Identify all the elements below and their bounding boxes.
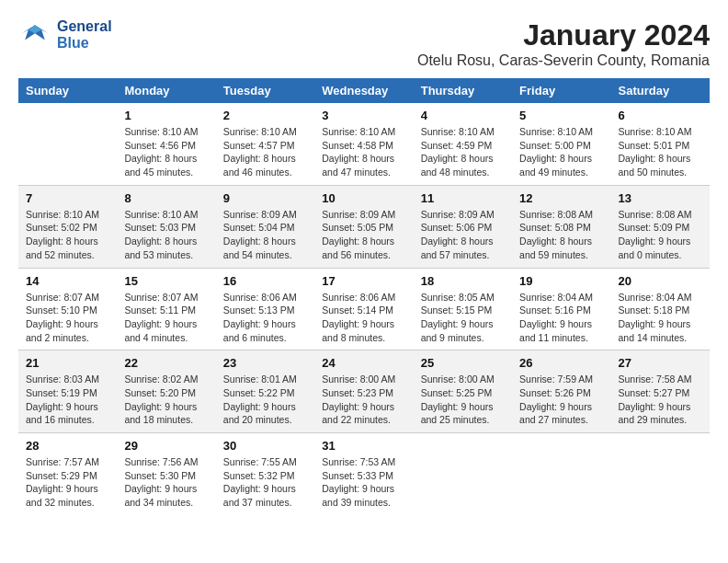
calendar-cell: 11Sunrise: 8:09 AM Sunset: 5:06 PM Dayli… — [414, 185, 512, 268]
calendar-cell: 24Sunrise: 8:00 AM Sunset: 5:23 PM Dayli… — [314, 350, 413, 433]
day-number: 12 — [519, 191, 603, 205]
calendar-week-row: 7Sunrise: 8:10 AM Sunset: 5:02 PM Daylig… — [18, 185, 710, 268]
day-number: 22 — [124, 356, 208, 370]
calendar-cell: 5Sunrise: 8:10 AM Sunset: 5:00 PM Daylig… — [512, 103, 610, 185]
logo: General Blue — [18, 18, 112, 52]
calendar-cell: 16Sunrise: 8:06 AM Sunset: 5:13 PM Dayli… — [216, 268, 314, 350]
day-info: Sunrise: 8:04 AM Sunset: 5:16 PM Dayligh… — [519, 291, 603, 345]
calendar-cell: 7Sunrise: 8:10 AM Sunset: 5:02 PM Daylig… — [18, 185, 117, 268]
day-number: 13 — [619, 191, 702, 205]
calendar-cell: 25Sunrise: 8:00 AM Sunset: 5:25 PM Dayli… — [414, 350, 512, 433]
day-number: 25 — [421, 356, 505, 370]
day-info: Sunrise: 8:10 AM Sunset: 5:03 PM Dayligh… — [124, 208, 208, 262]
day-number: 18 — [421, 274, 505, 288]
day-number: 14 — [26, 274, 109, 288]
weekday-header-saturday: Saturday — [611, 78, 710, 103]
calendar-cell: 2Sunrise: 8:10 AM Sunset: 4:57 PM Daylig… — [216, 103, 314, 185]
day-info: Sunrise: 8:00 AM Sunset: 5:25 PM Dayligh… — [421, 373, 505, 427]
calendar-cell: 20Sunrise: 8:04 AM Sunset: 5:18 PM Dayli… — [611, 268, 710, 350]
day-info: Sunrise: 8:10 AM Sunset: 4:58 PM Dayligh… — [322, 125, 405, 179]
calendar-table: SundayMondayTuesdayWednesdayThursdayFrid… — [18, 78, 710, 515]
logo-text-line1: General — [57, 18, 112, 35]
calendar-week-row: 21Sunrise: 8:03 AM Sunset: 5:19 PM Dayli… — [18, 350, 710, 433]
logo-icon — [18, 21, 51, 49]
day-info: Sunrise: 8:10 AM Sunset: 5:02 PM Dayligh… — [26, 208, 109, 262]
calendar-cell: 30Sunrise: 7:55 AM Sunset: 5:32 PM Dayli… — [216, 433, 314, 515]
day-info: Sunrise: 8:03 AM Sunset: 5:19 PM Dayligh… — [26, 373, 109, 427]
logo-text-line2: Blue — [57, 35, 112, 52]
calendar-week-row: 28Sunrise: 7:57 AM Sunset: 5:29 PM Dayli… — [18, 433, 710, 515]
calendar-header: SundayMondayTuesdayWednesdayThursdayFrid… — [18, 78, 710, 103]
day-info: Sunrise: 8:04 AM Sunset: 5:18 PM Dayligh… — [619, 291, 702, 345]
day-info: Sunrise: 8:09 AM Sunset: 5:06 PM Dayligh… — [421, 208, 505, 262]
day-info: Sunrise: 8:00 AM Sunset: 5:23 PM Dayligh… — [322, 373, 405, 427]
calendar-cell: 8Sunrise: 8:10 AM Sunset: 5:03 PM Daylig… — [117, 185, 215, 268]
day-info: Sunrise: 8:02 AM Sunset: 5:20 PM Dayligh… — [124, 373, 208, 427]
calendar-cell — [512, 433, 610, 515]
calendar-cell: 9Sunrise: 8:09 AM Sunset: 5:04 PM Daylig… — [216, 185, 314, 268]
day-info: Sunrise: 7:57 AM Sunset: 5:29 PM Dayligh… — [26, 455, 109, 510]
day-info: Sunrise: 8:01 AM Sunset: 5:22 PM Dayligh… — [223, 373, 307, 427]
calendar-cell — [611, 433, 710, 515]
weekday-header-sunday: Sunday — [18, 78, 117, 103]
day-number: 21 — [26, 356, 109, 370]
day-number: 17 — [322, 274, 405, 288]
weekday-header-wednesday: Wednesday — [314, 78, 413, 103]
day-info: Sunrise: 7:59 AM Sunset: 5:26 PM Dayligh… — [519, 373, 603, 427]
day-info: Sunrise: 8:09 AM Sunset: 5:05 PM Dayligh… — [322, 208, 405, 262]
calendar-cell — [18, 103, 117, 185]
calendar-cell: 29Sunrise: 7:56 AM Sunset: 5:30 PM Dayli… — [117, 433, 215, 515]
calendar-cell: 17Sunrise: 8:06 AM Sunset: 5:14 PM Dayli… — [314, 268, 413, 350]
day-number: 24 — [322, 356, 405, 370]
day-info: Sunrise: 8:05 AM Sunset: 5:15 PM Dayligh… — [421, 291, 505, 345]
day-info: Sunrise: 7:56 AM Sunset: 5:30 PM Dayligh… — [124, 455, 208, 510]
day-info: Sunrise: 8:09 AM Sunset: 5:04 PM Dayligh… — [223, 208, 307, 262]
day-info: Sunrise: 8:10 AM Sunset: 4:57 PM Dayligh… — [223, 125, 307, 179]
day-number: 8 — [124, 191, 208, 205]
weekday-header-friday: Friday — [512, 78, 610, 103]
calendar-cell: 6Sunrise: 8:10 AM Sunset: 5:01 PM Daylig… — [611, 103, 710, 185]
title-section: January 2024 Otelu Rosu, Caras-Severin C… — [417, 18, 710, 69]
calendar-cell: 1Sunrise: 8:10 AM Sunset: 4:56 PM Daylig… — [117, 103, 215, 185]
day-info: Sunrise: 8:07 AM Sunset: 5:10 PM Dayligh… — [26, 291, 109, 345]
day-number: 31 — [322, 439, 405, 453]
day-number: 10 — [322, 191, 405, 205]
calendar-cell: 26Sunrise: 7:59 AM Sunset: 5:26 PM Dayli… — [512, 350, 610, 433]
day-info: Sunrise: 7:55 AM Sunset: 5:32 PM Dayligh… — [223, 455, 307, 510]
day-number: 15 — [124, 274, 208, 288]
calendar-cell — [414, 433, 512, 515]
calendar-cell: 21Sunrise: 8:03 AM Sunset: 5:19 PM Dayli… — [18, 350, 117, 433]
day-number: 23 — [223, 356, 307, 370]
day-number: 30 — [223, 439, 307, 453]
day-info: Sunrise: 8:10 AM Sunset: 4:59 PM Dayligh… — [421, 125, 505, 179]
day-info: Sunrise: 8:08 AM Sunset: 5:09 PM Dayligh… — [619, 208, 702, 262]
day-number: 9 — [223, 191, 307, 205]
calendar-body: 1Sunrise: 8:10 AM Sunset: 4:56 PM Daylig… — [18, 103, 710, 515]
calendar-cell: 27Sunrise: 7:58 AM Sunset: 5:27 PM Dayli… — [611, 350, 710, 433]
calendar-cell: 10Sunrise: 8:09 AM Sunset: 5:05 PM Dayli… — [314, 185, 413, 268]
day-number: 1 — [124, 109, 208, 122]
calendar-cell: 19Sunrise: 8:04 AM Sunset: 5:16 PM Dayli… — [512, 268, 610, 350]
calendar-week-row: 14Sunrise: 8:07 AM Sunset: 5:10 PM Dayli… — [18, 268, 710, 350]
day-number: 3 — [322, 109, 405, 122]
weekday-header-thursday: Thursday — [414, 78, 512, 103]
day-number: 28 — [26, 439, 109, 453]
day-number: 29 — [124, 439, 208, 453]
calendar-cell: 13Sunrise: 8:08 AM Sunset: 5:09 PM Dayli… — [611, 185, 710, 268]
calendar-cell: 4Sunrise: 8:10 AM Sunset: 4:59 PM Daylig… — [414, 103, 512, 185]
day-number: 19 — [519, 274, 603, 288]
day-number: 26 — [519, 356, 603, 370]
day-info: Sunrise: 8:06 AM Sunset: 5:13 PM Dayligh… — [223, 291, 307, 345]
weekday-header-monday: Monday — [117, 78, 215, 103]
calendar-cell: 23Sunrise: 8:01 AM Sunset: 5:22 PM Dayli… — [216, 350, 314, 433]
day-info: Sunrise: 8:10 AM Sunset: 4:56 PM Dayligh… — [124, 125, 208, 179]
calendar-cell: 14Sunrise: 8:07 AM Sunset: 5:10 PM Dayli… — [18, 268, 117, 350]
location-title: Otelu Rosu, Caras-Severin County, Romani… — [417, 52, 710, 69]
day-info: Sunrise: 8:10 AM Sunset: 5:00 PM Dayligh… — [519, 125, 603, 179]
day-info: Sunrise: 7:53 AM Sunset: 5:33 PM Dayligh… — [322, 455, 405, 510]
page-header: General Blue January 2024 Otelu Rosu, Ca… — [18, 18, 710, 69]
calendar-cell: 15Sunrise: 8:07 AM Sunset: 5:11 PM Dayli… — [117, 268, 215, 350]
day-number: 20 — [619, 274, 702, 288]
day-info: Sunrise: 8:08 AM Sunset: 5:08 PM Dayligh… — [519, 208, 603, 262]
calendar-cell: 3Sunrise: 8:10 AM Sunset: 4:58 PM Daylig… — [314, 103, 413, 185]
